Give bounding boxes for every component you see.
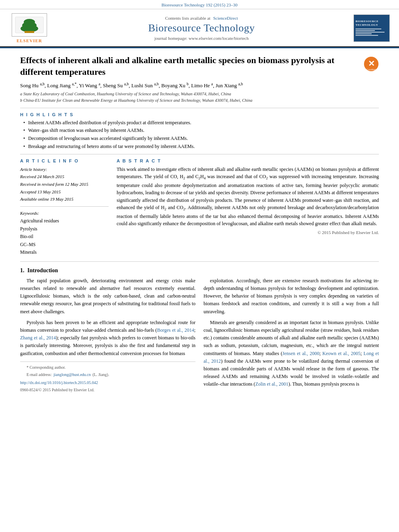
abstract-label: A B S T R A C T bbox=[117, 158, 379, 163]
highlight-item-3: Decomposition of levoglucosan was accele… bbox=[23, 135, 379, 142]
keywords-divider bbox=[20, 206, 109, 207]
affiliation-a: a State Key Laboratory of Coal Combustio… bbox=[20, 91, 379, 97]
bioresource-logo-right: BIORESOURCETECHNOLOGY bbox=[352, 14, 392, 42]
authors-line: Song Hu a,b, Long Jiang a,*, Yi Wang a, … bbox=[20, 81, 379, 89]
authors-text: Song Hu a,b, Long Jiang a,*, Yi Wang a, … bbox=[20, 82, 243, 88]
section-number: 1. bbox=[20, 267, 25, 273]
issn-line: 0960-8524/© 2015 Published by Elsevier L… bbox=[20, 387, 195, 393]
affiliation-b: b China-EU Institute for Clean and Renew… bbox=[20, 97, 379, 104]
doi-line: http://dx.doi.org/10.1016/j.biortech.201… bbox=[20, 380, 195, 386]
keywords-label: Keywords: bbox=[20, 211, 109, 216]
crossmark-icon: ✕ CrossMark bbox=[364, 56, 379, 72]
ref-keown[interactable]: Keown et al., 2005 bbox=[323, 351, 361, 356]
highlight-item-4: Breakage and restructuring of hetero ato… bbox=[23, 143, 379, 150]
intro-para-right-2: Minerals are generally considered as an … bbox=[204, 319, 379, 388]
keyword-3: Bio-oil bbox=[20, 233, 109, 241]
journal-homepage: journal homepage: www.elsevier.com/locat… bbox=[56, 36, 348, 41]
keyword-1: Agricultural residues bbox=[20, 217, 109, 225]
elsevier-logo: ELSEVIER bbox=[7, 13, 51, 43]
email-suffix: (L. Jiang). bbox=[93, 372, 109, 377]
elsevier-brand-label: ELSEVIER bbox=[16, 38, 42, 43]
email-line: E-mail address: jianglong@hust.edu.cn (L… bbox=[20, 372, 195, 378]
keyword-4: GC–MS bbox=[20, 241, 109, 249]
science-direct-link[interactable]: ScienceDirect bbox=[213, 16, 238, 21]
br-line-5 bbox=[356, 35, 378, 36]
section-title-text: Introduction bbox=[27, 267, 58, 273]
ref-borges[interactable]: Borges et al., 2014 bbox=[157, 327, 194, 333]
ref-zolin[interactable]: Zolin et al., 2001 bbox=[255, 381, 288, 387]
accepted-date: Accepted 13 May 2015 bbox=[20, 188, 109, 196]
footnote-area: * Corresponding author. E-mail address: … bbox=[20, 362, 195, 378]
doi-link[interactable]: http://dx.doi.org/10.1016/j.biortech.201… bbox=[20, 380, 98, 385]
keywords-list: Agricultural residues Pyrolysis Bio-oil … bbox=[20, 217, 109, 257]
article-title-section: Effects of inherent alkali and alkaline … bbox=[20, 55, 379, 78]
corresponding-author-note: * Corresponding author. bbox=[20, 364, 195, 371]
introduction-two-col: The rapid population growth, deteriorati… bbox=[20, 277, 379, 393]
copyright-line: © 2015 Published by Elsevier Ltd. bbox=[117, 230, 379, 235]
journal-reference-bar: Bioresource Technology 192 (2015) 23–30 bbox=[0, 0, 399, 9]
journal-ref-text: Bioresource Technology 192 (2015) 23–30 bbox=[161, 2, 237, 7]
article-info-label: A R T I C L E I N F O bbox=[20, 158, 109, 163]
br-line-4 bbox=[356, 33, 372, 34]
received-revised-date: Received in revised form 12 May 2015 bbox=[20, 181, 109, 188]
intro-right-col: exploitation. Accordingly, there are ext… bbox=[204, 277, 379, 393]
introduction-title: 1. Introduction bbox=[20, 267, 379, 274]
intro-para-right-1: exploitation. Accordingly, there are ext… bbox=[204, 277, 379, 316]
elsevier-logo-box bbox=[12, 13, 47, 37]
introduction-section: 1. Introduction The rapid population gro… bbox=[20, 267, 379, 393]
keyword-2: Pyrolysis bbox=[20, 225, 109, 233]
keyword-5: Minerals bbox=[20, 249, 109, 257]
email-link[interactable]: jianglong@hust.edu.cn bbox=[53, 372, 91, 377]
intro-para-2: Pyrolysis has been proven to be an effic… bbox=[20, 319, 195, 357]
history-label: Article history: bbox=[20, 166, 109, 173]
available-date: Available online 19 May 2015 bbox=[20, 195, 109, 203]
article-info-column: A R T I C L E I N F O Article history: R… bbox=[20, 158, 109, 257]
divider-3 bbox=[20, 261, 379, 262]
keywords-section: Keywords: Agricultural residues Pyrolysi… bbox=[20, 211, 109, 257]
received-date: Received 24 March 2015 bbox=[20, 173, 109, 181]
br-line-3 bbox=[356, 32, 385, 33]
journal-header: ELSEVIER Contents lists available at Sci… bbox=[0, 9, 399, 47]
article-title: Effects of inherent alkali and alkaline … bbox=[20, 55, 359, 78]
bioresource-logo-box: BIORESOURCETECHNOLOGY bbox=[354, 14, 390, 42]
homepage-text: journal homepage: www.elsevier.com/locat… bbox=[154, 36, 249, 41]
journal-title: Bioresource Technology bbox=[56, 22, 348, 34]
corresponding-author-label: * Corresponding author. bbox=[27, 365, 66, 370]
bioresource-brand-label: BIORESOURCETECHNOLOGY bbox=[356, 20, 378, 27]
ref-jensen[interactable]: Jensen et al., 2000 bbox=[282, 351, 319, 356]
highlights-section: H I G H L I G H T S Inherent AAEMs affec… bbox=[20, 112, 379, 150]
intro-left-col: The rapid population growth, deteriorati… bbox=[20, 277, 195, 393]
svg-rect-5 bbox=[25, 31, 34, 33]
divider-2 bbox=[20, 154, 379, 154]
main-content: Effects of inherent alkali and alkaline … bbox=[0, 48, 399, 400]
journal-header-center: Contents lists available at ScienceDirec… bbox=[51, 16, 352, 41]
article-info-abstract-section: A R T I C L E I N F O Article history: R… bbox=[20, 158, 379, 257]
br-line-1 bbox=[356, 29, 381, 29]
svg-text:✕: ✕ bbox=[368, 59, 375, 68]
contents-text: Contents lists available at bbox=[165, 16, 210, 21]
bioresource-decorative-lines bbox=[356, 29, 388, 37]
abstract-text: This work aimed to investigate effects o… bbox=[117, 166, 379, 228]
abstract-column: A B S T R A C T This work aimed to inves… bbox=[117, 158, 379, 257]
divider-1 bbox=[20, 108, 379, 108]
highlights-label: H I G H L I G H T S bbox=[20, 112, 379, 117]
email-label: E-mail address: bbox=[27, 372, 51, 377]
article-history: Article history: Received 24 March 2015 … bbox=[20, 166, 109, 203]
br-line-2 bbox=[356, 30, 375, 31]
contents-available-line: Contents lists available at ScienceDirec… bbox=[56, 16, 348, 21]
highlight-item-1: Inherent AAEMs affected distribution of … bbox=[23, 119, 379, 126]
affiliations: a State Key Laboratory of Coal Combustio… bbox=[20, 91, 379, 104]
highlights-list: Inherent AAEMs affected distribution of … bbox=[20, 119, 379, 150]
svg-text:CrossMark: CrossMark bbox=[366, 68, 376, 71]
elsevier-svg-icon bbox=[13, 15, 45, 35]
intro-para-1: The rapid population growth, deteriorati… bbox=[20, 277, 195, 316]
crossmark-badge: ✕ CrossMark bbox=[364, 56, 379, 72]
highlight-item-2: Water–gas shift reaction was enhanced by… bbox=[23, 127, 379, 134]
ref-zhang[interactable]: Zhang et al., 2014 bbox=[20, 335, 56, 341]
